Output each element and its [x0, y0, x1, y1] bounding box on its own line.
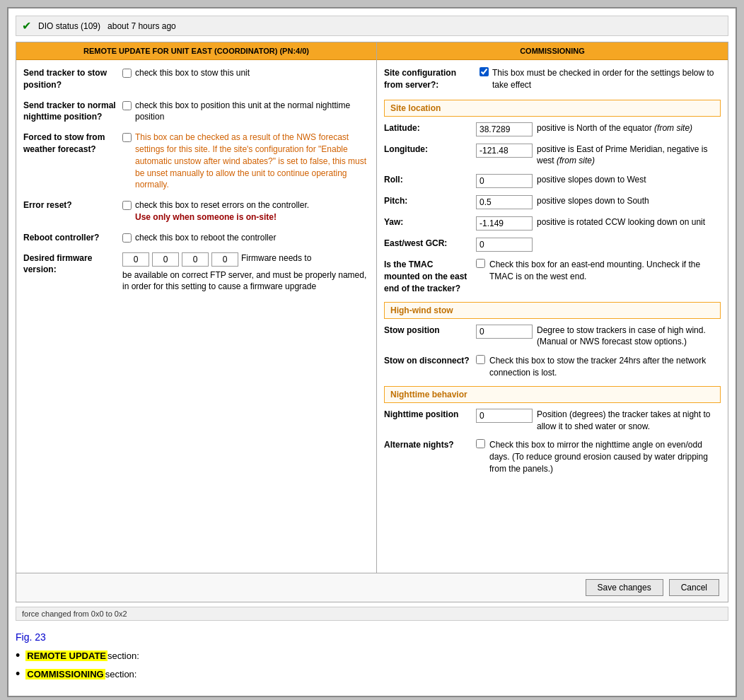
gcr-input[interactable] — [476, 238, 533, 252]
latitude-row: Latitude: positive is North of the equat… — [384, 122, 721, 136]
firmware-row: Desired firmware version: Firmware needs… — [23, 252, 369, 293]
stow-position-description: Degree to stow trackers in case of high … — [537, 325, 721, 349]
firmware-input-3[interactable] — [182, 252, 209, 267]
nighttime-pos-input-area: Position (degrees) the tracker takes at … — [476, 409, 721, 433]
gcr-input-area — [476, 238, 721, 252]
reboot-checkbox[interactable] — [122, 233, 132, 243]
reboot-row: Reboot controller? check this box to reb… — [23, 232, 369, 244]
right-panel-header: COMMISSIONING — [377, 42, 728, 60]
gcr-label: East/west GCR: — [384, 238, 476, 250]
bullet-item-1: REMOTE UPDATE section: — [16, 648, 728, 663]
yaw-input-area: positive is rotated CCW looking down on … — [476, 216, 721, 231]
time-text: about 7 hours ago — [107, 21, 176, 31]
stow-disconnect-input-area: Check this box to stow the tracker 24hrs… — [476, 355, 721, 379]
weather-stow-row: Forced to stow from weather forecast? Th… — [23, 132, 369, 191]
firmware-input-1[interactable] — [122, 252, 149, 267]
nighttime-position-row: Send tracker to normal nighttime positio… — [23, 100, 369, 124]
stow-row: Send tracker to stow position? check thi… — [23, 67, 369, 91]
error-reset-checkbox-label: check this box to reset errors on the co… — [135, 199, 309, 223]
stow-position-input-area: Degree to stow trackers in case of high … — [476, 325, 721, 349]
pitch-row: Pitch: positive slopes down to South — [384, 195, 721, 209]
right-panel: COMMISSIONING Site configuration from se… — [377, 42, 728, 573]
latitude-input-area: positive is North of the equator (from s… — [476, 122, 721, 136]
pitch-label: Pitch: — [384, 195, 476, 207]
bullet-2-rest: section: — [105, 669, 137, 679]
status-bar-text: force changed from 0x0 to 0x2 — [22, 609, 127, 618]
site-config-checkbox[interactable] — [479, 67, 489, 76]
pitch-input[interactable] — [476, 195, 533, 209]
status-text: DIO status (109) — [38, 21, 100, 31]
weather-stow-control: This box can be checked as a result of t… — [122, 132, 369, 191]
status-bar: force changed from 0x0 to 0x2 — [16, 607, 728, 621]
left-panel-header: REMOTE UPDATE FOR UNIT EAST (COORDINATOR… — [16, 42, 376, 60]
latitude-label: Latitude: — [384, 122, 476, 134]
weather-stow-checkbox-label: This box can be checked as a result of t… — [135, 132, 369, 191]
tmac-description: Check this box for an east-end mounting.… — [489, 259, 721, 283]
figure-caption: Fig. 23 REMOTE UPDATE section: COMMISSIO… — [16, 628, 728, 689]
top-bar: ✔ DIO status (109) about 7 hours ago — [16, 16, 728, 36]
stow-checkbox[interactable] — [122, 69, 132, 78]
main-dialog: REMOTE UPDATE FOR UNIT EAST (COORDINATOR… — [16, 42, 728, 602]
weather-stow-checkbox[interactable] — [122, 133, 132, 142]
stow-disconnect-description: Check this box to stow the tracker 24hrs… — [489, 355, 721, 379]
longitude-input[interactable] — [476, 144, 533, 158]
roll-input-area: positive slopes down to West — [476, 174, 721, 188]
nighttime-pos-description: Position (degrees) the tracker takes at … — [537, 409, 721, 433]
error-reset-checkbox[interactable] — [122, 201, 132, 210]
reboot-label: Reboot controller? — [23, 232, 122, 244]
roll-description: positive slopes down to West — [537, 174, 721, 186]
error-reset-label: Error reset? — [23, 199, 122, 211]
tmac-label: Is the TMAC mounted on the east end of t… — [384, 259, 476, 294]
site-config-control: This box must be checked in order for th… — [479, 67, 721, 91]
tmac-checkbox[interactable] — [476, 259, 485, 268]
cancel-button[interactable]: Cancel — [669, 579, 719, 596]
error-reset-row: Error reset? check this box to reset err… — [23, 199, 369, 223]
roll-input[interactable] — [476, 174, 533, 188]
firmware-description-inline: Firmware needs to — [241, 252, 311, 267]
pitch-description: positive slopes down to South — [537, 195, 721, 207]
site-config-description: This box must be checked in order for th… — [492, 67, 721, 91]
bullet-1-highlight: REMOTE UPDATE — [25, 651, 107, 661]
left-panel-content: Send tracker to stow position? check thi… — [16, 60, 376, 573]
tmac-input-area: Check this box for an east-end mounting.… — [476, 259, 721, 283]
stow-position-row: Stow position Degree to stow trackers in… — [384, 325, 721, 349]
stow-checkbox-label: check this box to stow this unit — [135, 67, 250, 79]
bullet-1-rest: section: — [107, 651, 139, 661]
firmware-control: Firmware needs to be available on correc… — [122, 252, 369, 293]
alternate-nights-checkbox[interactable] — [476, 439, 485, 448]
stow-position-label: Stow position — [384, 325, 476, 337]
left-panel: REMOTE UPDATE FOR UNIT EAST (COORDINATOR… — [16, 42, 377, 573]
latitude-description: positive is North of the equator (from s… — [537, 122, 721, 134]
high-wind-stow-header: High-wind stow — [384, 302, 721, 319]
firmware-input-2[interactable] — [152, 252, 179, 267]
roll-label: Roll: — [384, 174, 476, 186]
stow-disconnect-checkbox[interactable] — [476, 355, 485, 364]
nighttime-position-checkbox-label: check this box to position this unit at … — [135, 100, 369, 124]
reboot-checkbox-label: check this box to reboot the controller — [135, 232, 276, 244]
dialog-footer: Save changes Cancel — [16, 573, 728, 602]
stow-position-input[interactable] — [476, 325, 533, 339]
pitch-input-area: positive slopes down to South — [476, 195, 721, 209]
stow-label: Send tracker to stow position? — [23, 67, 122, 91]
nighttime-position-checkbox[interactable] — [122, 101, 132, 110]
right-panel-content: Site configuration from server?: This bo… — [377, 60, 728, 573]
yaw-input[interactable] — [476, 216, 533, 231]
firmware-input-4[interactable] — [211, 252, 238, 267]
alternate-nights-description: Check this box to mirror the nighttime a… — [489, 439, 721, 474]
reboot-control: check this box to reboot the controller — [122, 232, 369, 244]
firmware-description: be available on correct FTP server, and … — [122, 269, 369, 293]
yaw-row: Yaw: positive is rotated CCW looking dow… — [384, 216, 721, 231]
alternate-nights-label: Alternate nights? — [384, 439, 476, 451]
nighttime-pos-label: Nighttime position — [384, 409, 476, 421]
yaw-description: positive is rotated CCW looking down on … — [537, 216, 721, 228]
nighttime-position-control: check this box to position this unit at … — [122, 100, 369, 124]
nighttime-pos-input[interactable] — [476, 409, 533, 423]
nighttime-behavior-header: Nighttime behavior — [384, 386, 721, 403]
save-button[interactable]: Save changes — [586, 579, 663, 596]
alternate-nights-row: Alternate nights? Check this box to mirr… — [384, 439, 721, 474]
weather-stow-label: Forced to stow from weather forecast? — [23, 132, 122, 156]
nighttime-position-label: Send tracker to normal nighttime positio… — [23, 100, 122, 124]
firmware-label: Desired firmware version: — [23, 252, 122, 276]
latitude-input[interactable] — [476, 122, 533, 136]
bullet-item-2: COMMISSIONING section: — [16, 667, 728, 682]
